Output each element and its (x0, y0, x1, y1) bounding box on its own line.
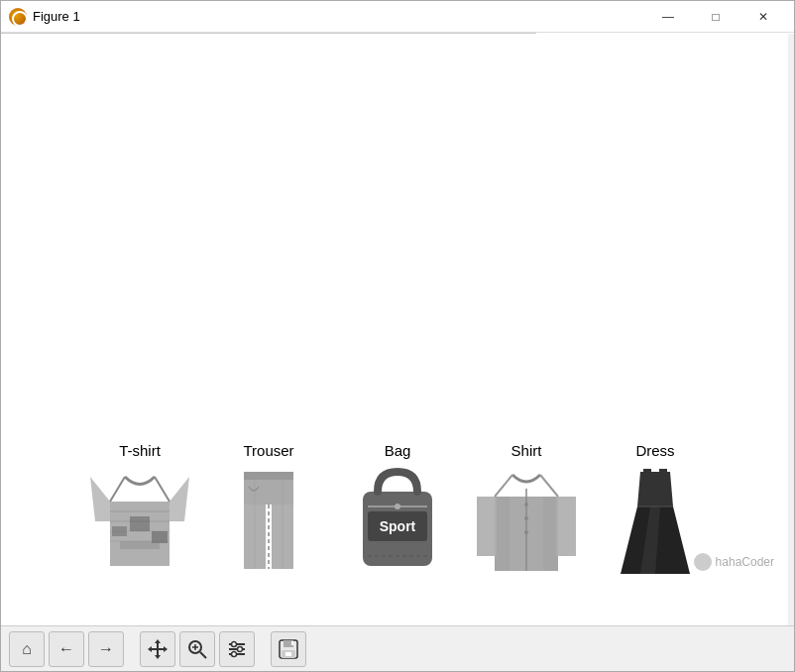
bag-label: Bag (385, 442, 411, 459)
svg-rect-31 (477, 497, 497, 556)
svg-rect-64 (285, 652, 291, 656)
back-button[interactable]: ← (49, 631, 84, 667)
forward-button[interactable]: → (88, 631, 124, 667)
config-button[interactable] (219, 631, 255, 667)
svg-point-59 (238, 646, 243, 651)
svg-point-36 (524, 503, 528, 506)
svg-rect-18 (244, 480, 293, 504)
dress-label: Dress (635, 442, 674, 459)
shirt-label: Shirt (511, 442, 542, 459)
svg-marker-50 (164, 646, 168, 652)
svg-rect-13 (120, 541, 160, 549)
svg-rect-32 (556, 497, 576, 556)
clothing-items-row: T-shirt (75, 442, 720, 576)
close-button[interactable]: ✕ (740, 2, 786, 32)
svg-rect-39 (495, 497, 510, 571)
svg-point-58 (232, 641, 237, 646)
svg-marker-49 (148, 646, 152, 652)
svg-text:Sport: Sport (380, 518, 416, 534)
main-window: Figure 1 — □ ✕ T-shirt (0, 0, 795, 672)
window-controls: — □ ✕ (645, 2, 786, 32)
pan-button[interactable] (140, 631, 175, 667)
shirt-image (477, 467, 576, 576)
svg-rect-65 (291, 641, 293, 645)
tshirt-image (90, 467, 189, 576)
save-button[interactable] (271, 631, 306, 667)
title-bar: Figure 1 — □ ✕ (1, 1, 794, 33)
svg-point-27 (395, 504, 400, 509)
dress-image (606, 467, 705, 576)
maximize-button[interactable]: □ (693, 2, 738, 32)
svg-point-38 (524, 530, 528, 534)
svg-rect-15 (244, 472, 293, 480)
svg-line-52 (200, 652, 206, 658)
app-icon (9, 8, 27, 26)
tshirt-label: T-shirt (119, 442, 161, 459)
svg-rect-42 (643, 469, 651, 484)
scrollbar-hint (788, 34, 794, 625)
item-trouser: Trouser (204, 442, 333, 576)
svg-rect-43 (659, 469, 667, 484)
item-bag: Bag Sport (333, 442, 462, 576)
svg-point-60 (232, 651, 237, 656)
bag-image: Sport (348, 467, 447, 576)
minimize-button[interactable]: — (645, 2, 691, 32)
window-title: Figure 1 (33, 9, 645, 24)
trouser-image (219, 467, 318, 576)
svg-rect-10 (112, 526, 127, 536)
item-tshirt: T-shirt (75, 442, 204, 576)
watermark-text: hahaCoder (716, 555, 774, 569)
bottom-toolbar: ⌂ ← → (1, 625, 794, 671)
svg-rect-40 (543, 497, 558, 571)
hahacoder-icon (694, 553, 712, 571)
svg-marker-47 (155, 639, 161, 643)
trouser-label: Trouser (243, 442, 293, 459)
plot-area: T-shirt (1, 34, 794, 625)
home-button[interactable]: ⌂ (9, 631, 45, 667)
plot-content: T-shirt (1, 34, 794, 625)
svg-rect-11 (130, 516, 150, 531)
svg-marker-48 (155, 655, 161, 659)
item-shirt: Shirt (462, 442, 591, 576)
watermark: hahaCoder (694, 553, 774, 571)
svg-point-37 (524, 516, 528, 520)
zoom-button[interactable] (179, 631, 215, 667)
